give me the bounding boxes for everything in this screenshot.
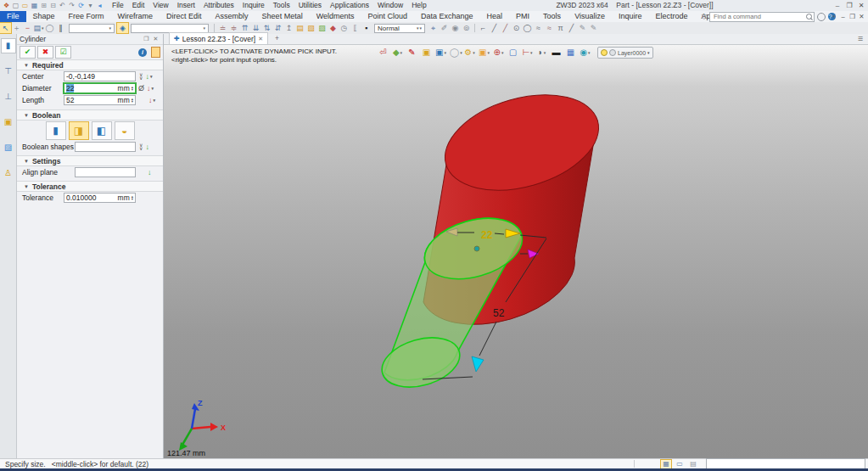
ribbon-tab[interactable]: Weldments: [310, 11, 361, 22]
constraint-icon-4[interactable]: ⇵: [272, 23, 283, 33]
length-dimension-text[interactable]: 52: [493, 307, 505, 319]
lasso-pick-icon[interactable]: ◯: [44, 23, 55, 33]
status-panel-icon[interactable]: ▤: [688, 460, 698, 468]
ribbon-tab[interactable]: Electrode: [649, 11, 695, 22]
doc-window-control-button[interactable]: ✕: [857, 11, 866, 22]
history-icon[interactable]: ◷: [339, 23, 350, 33]
style-combo[interactable]: Normal ▾: [374, 24, 425, 33]
ok-button[interactable]: ✔: [20, 46, 36, 59]
diagonal-tool-icon[interactable]: ╱: [566, 23, 577, 33]
boolean-intersect-icon[interactable]: ◒: [115, 121, 135, 140]
menu-item[interactable]: Tools: [269, 0, 294, 11]
folder-icon[interactable]: ▧: [305, 23, 316, 33]
ribbon-tab[interactable]: Tools: [536, 11, 568, 22]
ribbon-tab[interactable]: File: [0, 11, 26, 22]
pick-add-icon[interactable]: ＋: [11, 23, 22, 33]
section-settings[interactable]: ▼ Settings: [17, 155, 163, 166]
tab-overflow-icon[interactable]: ☰: [858, 36, 863, 42]
expand-list-icon[interactable]: ∨∨: [139, 73, 143, 80]
entity-combo[interactable]: ▾: [131, 24, 209, 33]
dock-cylinder-icon[interactable]: ▮: [2, 39, 15, 53]
circle-tool-icon[interactable]: ◉: [450, 23, 461, 33]
library-icon[interactable]: ▨: [316, 23, 328, 33]
document-tab[interactable]: ✚ Lesson 22.Z3 - [Cover] ✕: [169, 32, 268, 44]
ribbon-tab[interactable]: Assembly: [209, 11, 255, 22]
length-drag-arrow[interactable]: [472, 356, 484, 372]
pick-arrow-icon[interactable]: ↖: [0, 23, 11, 33]
boolean-base-icon[interactable]: ▮: [46, 121, 66, 140]
help-page-icon[interactable]: [151, 47, 160, 58]
boolean-add-icon[interactable]: ◨: [69, 121, 89, 140]
center-input[interactable]: -0,-0,149: [64, 71, 136, 81]
menu-item[interactable]: Attributes: [199, 0, 238, 11]
reorder-icon[interactable]: ↥: [283, 23, 294, 33]
menu-item[interactable]: Applications: [326, 0, 373, 11]
diameter-symbol-icon[interactable]: Ø: [138, 84, 144, 93]
save-icon[interactable]: ▦: [30, 2, 39, 9]
ribbon-tab[interactable]: Visualize: [568, 11, 612, 22]
apply-button[interactable]: ☑: [55, 46, 71, 59]
menu-item[interactable]: File: [108, 0, 128, 11]
command-search-input[interactable]: [712, 12, 806, 21]
qat-collapse-icon[interactable]: ◂: [95, 2, 104, 9]
ring-tool-icon[interactable]: ⊚: [461, 23, 472, 33]
doc-window-control-button[interactable]: ❐: [848, 11, 857, 22]
diameter-input[interactable]: 22 mm ▴▾: [64, 83, 136, 93]
plane-pick-icon[interactable]: ↓: [148, 168, 152, 177]
window-control-button[interactable]: ✕: [855, 0, 867, 11]
info-icon[interactable]: i: [138, 48, 147, 57]
open-file-icon[interactable]: ▭: [20, 2, 30, 9]
new-tab-button[interactable]: +: [275, 33, 279, 44]
spline-icon[interactable]: ≈: [533, 23, 544, 33]
dock-image-icon[interactable]: ▨: [2, 141, 15, 154]
ribbon-tab[interactable]: Data Exchange: [414, 11, 480, 22]
ribbon-tab[interactable]: Shape: [26, 11, 62, 22]
menu-item[interactable]: Utilities: [294, 0, 326, 11]
undo-icon[interactable]: ↶: [58, 2, 67, 9]
window-control-button[interactable]: ❐: [843, 0, 855, 11]
menu-item[interactable]: Edit: [128, 0, 149, 11]
viewport[interactable]: <LEFT-CLICK> TO ACTIVATE DYNAMIC PICK IN…: [164, 45, 868, 458]
pick-list-icon[interactable]: ∥: [55, 23, 66, 33]
boolean-shapes-input[interactable]: [75, 142, 136, 152]
ribbon-tab[interactable]: Free Form: [62, 11, 111, 22]
align-plane-input[interactable]: [75, 167, 136, 177]
new-file-icon[interactable]: ▢: [11, 2, 20, 9]
circle-icon[interactable]: ◯: [522, 23, 533, 33]
redo-icon[interactable]: ↷: [67, 2, 76, 9]
status-monitor-icon[interactable]: ▭: [675, 460, 685, 468]
diameter-dimension-text[interactable]: 22: [481, 229, 493, 241]
cancel-button[interactable]: ✖: [37, 46, 53, 59]
scene-filter-icon[interactable]: ◈: [117, 23, 128, 33]
line-tool-icon[interactable]: ╱: [489, 23, 500, 33]
pin-icon[interactable]: ▽: [702, 13, 707, 20]
status-grid-icon[interactable]: ▦: [661, 460, 671, 468]
menu-item[interactable]: Inquire: [238, 0, 269, 11]
dock-assembly-icon[interactable]: ⊥: [2, 90, 15, 104]
menu-item[interactable]: View: [148, 0, 172, 11]
clipboard-icon[interactable]: ▤: [294, 23, 305, 33]
close-icon[interactable]: ✕: [258, 36, 263, 42]
spinner-icon[interactable]: ▴▾: [132, 86, 133, 92]
point-pick-icon[interactable]: ↓: [145, 72, 152, 81]
print-preview-icon[interactable]: ⊟: [48, 2, 58, 9]
length-input[interactable]: 52 mm ▴▾: [64, 95, 136, 105]
ribbon-tab[interactable]: Heal: [480, 11, 510, 22]
globe-icon[interactable]: [817, 13, 826, 21]
spinner-icon[interactable]: ▴▾: [132, 195, 133, 201]
shape-pick-icon[interactable]: ↓: [145, 143, 149, 151]
ray-tool-icon[interactable]: ╱: [500, 23, 511, 33]
snap-icon[interactable]: ⌖: [428, 23, 439, 33]
panel-dock-icon[interactable]: ❐: [142, 36, 151, 42]
material-icon[interactable]: ◆: [328, 23, 339, 33]
offset-tool-icon[interactable]: π: [555, 23, 566, 33]
dock-box-icon[interactable]: ▣: [2, 115, 15, 129]
menu-item[interactable]: Help: [407, 0, 430, 11]
center-circle-icon[interactable]: ⊙: [511, 23, 522, 33]
brackets-icon[interactable]: ⟦: [350, 23, 361, 33]
expand-list-icon[interactable]: ∨∨: [139, 143, 143, 150]
section-boolean[interactable]: ▼ Boolean: [17, 109, 163, 121]
pick-filter-icon[interactable]: ▤: [33, 23, 44, 33]
doc-window-control-button[interactable]: –: [838, 11, 848, 22]
menu-item[interactable]: Window: [373, 0, 407, 11]
